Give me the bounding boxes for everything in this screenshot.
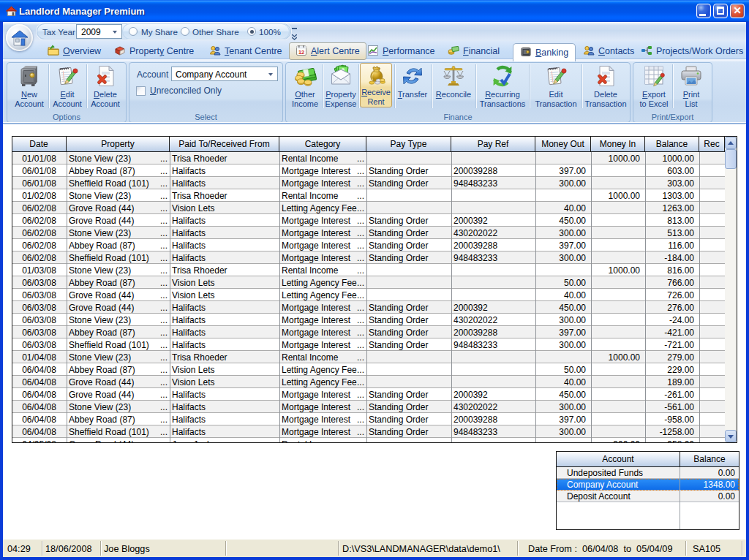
svg-text:12: 12 [298,48,304,55]
